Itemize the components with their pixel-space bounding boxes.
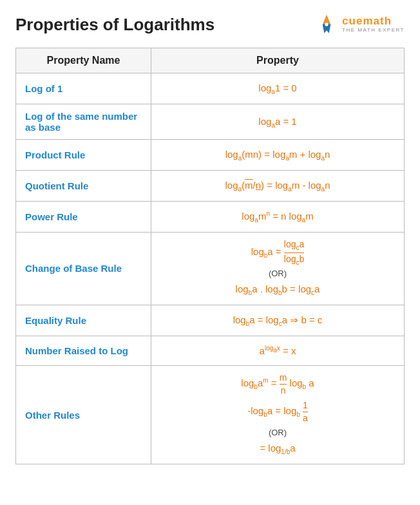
page-title: Properties of Logarithms — [15, 15, 215, 35]
property-name-power: Power Rule — [16, 202, 151, 233]
svg-point-2 — [325, 23, 328, 26]
other-rule-3: = log1/ba — [160, 440, 395, 457]
property-name-changebase: Change of Base Rule — [16, 233, 151, 305]
property-formula-log1: loga1 = 0 — [151, 73, 405, 104]
property-formula-numraisedlog: alogax = x — [151, 336, 405, 366]
frac-den-1: n — [281, 385, 286, 396]
property-name-product: Product Rule — [16, 140, 151, 171]
other-rule-2: -logba = logb 1 a — [160, 400, 395, 424]
table-row: Other Rules logbam = m n logb a -logba =… — [16, 366, 405, 464]
property-name-numraisedlog: Number Raised to Log — [16, 336, 151, 366]
cuemath-logo-icon — [315, 13, 338, 36]
logo-area: cuemath THE MATH EXPERT — [315, 13, 405, 36]
fraction-changebase: logca logcb — [284, 239, 304, 267]
logo-tagline: THE MATH EXPERT — [342, 28, 405, 33]
frac-otherrule2: 1 a — [303, 400, 308, 424]
table-row: Log of the same number as base logaa = 1 — [16, 104, 405, 140]
fraction-denominator: logcb — [284, 253, 304, 267]
property-name-log1: Log of 1 — [16, 73, 151, 104]
property-name-quotient: Quotient Rule — [16, 171, 151, 202]
property-formula-power: logamn = n logam — [151, 202, 405, 233]
logo-name-part2: math — [363, 15, 392, 27]
table-row: Product Rule loga(mn) = logam + logan — [16, 140, 405, 171]
or-label-otherrules: (OR) — [160, 426, 395, 440]
frac-otherrule1: m n — [280, 372, 287, 396]
property-name-logbase: Log of the same number as base — [16, 104, 151, 140]
logo-name-part1: cue — [342, 15, 363, 27]
other-rule-1: logbam = m n logb a — [160, 372, 395, 396]
property-name-equality: Equality Rule — [16, 305, 151, 336]
property-formula-equality: logba = logca ⇒ b = c — [151, 305, 405, 336]
properties-table: Property Name Property Log of 1 loga1 = … — [15, 48, 405, 464]
logo-text: cuemath THE MATH EXPERT — [342, 15, 405, 33]
property-formula-product: loga(mn) = logam + logan — [151, 140, 405, 171]
or-label-changebase: (OR) — [160, 267, 395, 281]
property-formula-otherrules: logbam = m n logb a -logba = logb 1 a (O… — [151, 366, 405, 464]
fraction-numerator: logca — [284, 239, 304, 253]
col-property-name: Property Name — [16, 48, 151, 73]
logo-box: cuemath THE MATH EXPERT — [315, 13, 405, 36]
table-row: Change of Base Rule logba = logca logcb … — [16, 233, 405, 305]
table-row: Log of 1 loga1 = 0 — [16, 73, 405, 104]
frac-num-1: m — [280, 372, 287, 385]
frac-num-2: 1 — [303, 400, 308, 412]
table-row: Equality Rule logba = logca ⇒ b = c — [16, 305, 405, 336]
table-row: Quotient Rule loga(m/n) = logam - logan — [16, 171, 405, 202]
formula-changebase-line1: logba = logca logcb — [160, 239, 395, 267]
col-property: Property — [151, 48, 405, 73]
table-row: Power Rule logamn = n logam — [16, 202, 405, 233]
property-name-otherrules: Other Rules — [16, 366, 151, 464]
table-row: Number Raised to Log alogax = x — [16, 336, 405, 366]
logo-name: cuemath — [342, 15, 405, 28]
property-formula-quotient: loga(m/n) = logam - logan — [151, 171, 405, 202]
page-header: Properties of Logarithms cuemath THE MAT… — [15, 13, 405, 36]
property-formula-logbase: logaa = 1 — [151, 104, 405, 140]
formula-changebase-line2: logba . logbb = logca — [160, 281, 395, 298]
property-formula-changebase: logba = logca logcb (OR) logba . logbb =… — [151, 233, 405, 305]
frac-den-2: a — [303, 412, 308, 424]
